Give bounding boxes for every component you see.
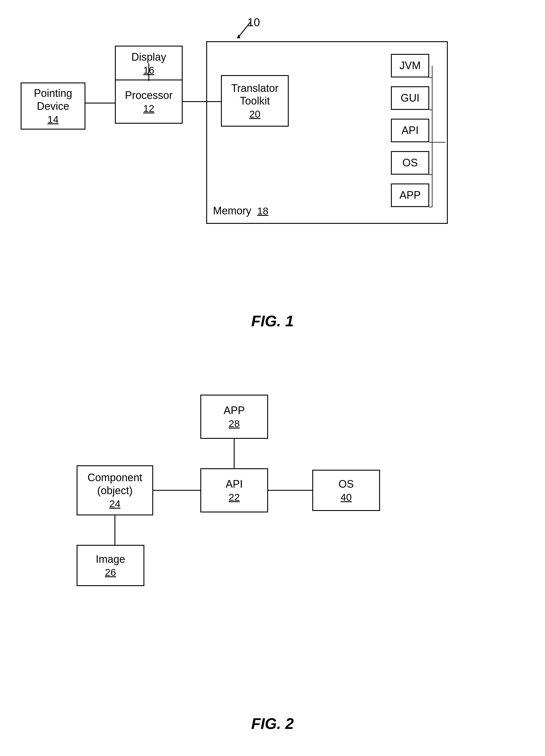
api-box-mem: API <box>391 119 429 142</box>
api22-box: API 22 <box>200 468 268 512</box>
processor-box: Processor 12 <box>115 80 183 124</box>
fig2-caption: FIG. 2 <box>251 715 294 732</box>
os-box-mem: OS <box>391 151 429 175</box>
pointing-device-box: PointingDevice 14 <box>21 82 85 130</box>
memory-outer-box: Memory 18 JVM GUI API OS APP <box>206 41 448 224</box>
jvm-box: JVM <box>391 54 429 77</box>
fig1-caption: FIG. 1 <box>251 312 294 330</box>
component24-box: Component(object) 24 <box>77 465 153 515</box>
os40-box: OS 40 <box>312 470 380 511</box>
app-box-mem: APP <box>391 183 429 207</box>
svg-line-0 <box>239 22 250 37</box>
app28-box: APP 28 <box>200 395 268 439</box>
display-box: Display 16 <box>115 46 183 81</box>
brace-svg <box>429 54 447 209</box>
translator-toolkit-box: TranslatorToolkit 20 <box>221 75 289 127</box>
memory-label: Memory 18 <box>213 205 268 217</box>
gui-box: GUI <box>391 86 429 110</box>
image26-box: Image 26 <box>77 545 144 586</box>
fig2-area: APP 28 API 22 Component(object) 24 OS 40… <box>0 353 545 756</box>
diagram-container: 10 Memory 18 JVM GUI API OS <box>0 0 545 756</box>
fig1-area: 10 Memory 18 JVM GUI API OS <box>0 0 545 353</box>
